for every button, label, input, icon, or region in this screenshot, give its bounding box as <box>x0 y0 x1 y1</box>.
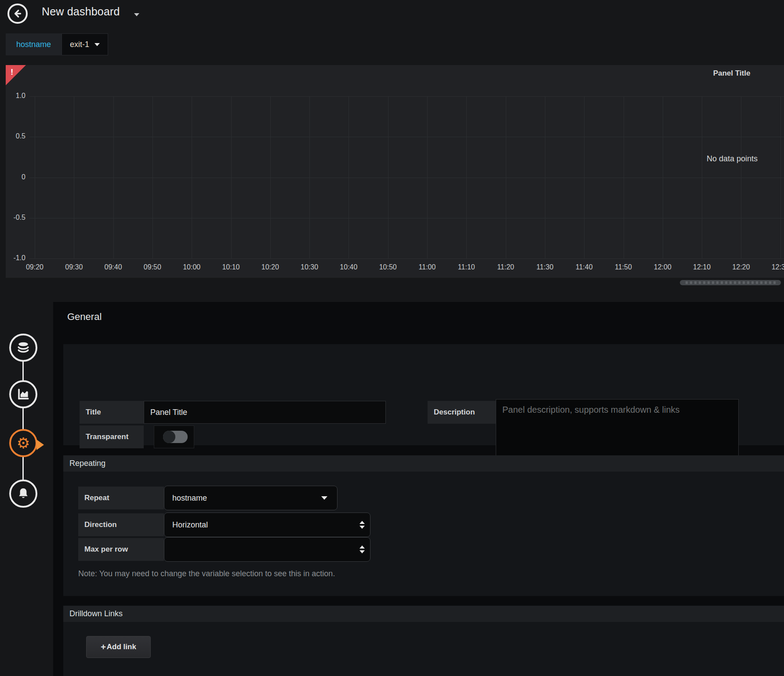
editor-tab-heading: General <box>67 311 102 323</box>
back-button[interactable] <box>7 4 28 24</box>
drilldown-section-header: Drilldown Links <box>63 606 784 622</box>
y-axis-tick: 1.0 <box>6 92 25 100</box>
gridline-v <box>74 96 74 259</box>
variable-value: exit-1 <box>70 40 89 49</box>
x-axis-tick: 11:40 <box>566 263 602 271</box>
x-axis-tick: 10:10 <box>214 263 249 271</box>
gridline-v <box>231 96 232 259</box>
no-data-label: No data points <box>693 154 772 164</box>
gridline-v <box>780 96 781 259</box>
gridline-v <box>663 96 663 259</box>
panel-title-input[interactable] <box>144 401 386 424</box>
tab-alert[interactable] <box>9 480 37 508</box>
select-spinner-icon <box>359 521 365 529</box>
repeating-section: Repeat hostname Direction Horizontal Max… <box>63 472 784 596</box>
x-axis-tick: 11:10 <box>449 263 484 271</box>
description-field-label: Description <box>428 401 496 424</box>
area-chart-icon <box>16 387 31 402</box>
database-icon <box>16 340 31 355</box>
tab-general[interactable]: ⚙ <box>9 429 37 457</box>
repeat-select[interactable]: hostname <box>164 486 338 510</box>
x-axis-tick: 11:30 <box>527 263 563 271</box>
gridline-v <box>309 96 310 259</box>
max-per-row-field-label: Max per row <box>78 538 164 561</box>
gridline-v <box>348 96 349 259</box>
arrow-left-icon <box>12 8 23 19</box>
tab-visualization[interactable] <box>9 380 37 408</box>
gridline-v <box>270 96 271 259</box>
add-link-label: Add link <box>107 643 136 651</box>
gridline-v <box>545 96 545 259</box>
gridline-v <box>624 96 624 259</box>
x-axis-tick: 09:40 <box>96 263 131 271</box>
plus-icon: + <box>101 642 106 652</box>
x-axis-tick: 12:30 <box>763 263 784 271</box>
dashboard-title-caret-icon[interactable] <box>134 13 139 16</box>
gridline-v <box>152 96 153 259</box>
panel-error-corner[interactable] <box>6 65 26 85</box>
x-axis-tick: 09:30 <box>56 263 91 271</box>
toggle-track <box>163 431 188 443</box>
y-axis-tick: 0.5 <box>6 132 25 140</box>
x-axis-tick: 10:40 <box>331 263 366 271</box>
direction-select[interactable]: Horizontal <box>164 512 370 537</box>
gridline-v <box>466 96 467 259</box>
horizontal-scrollbar[interactable] <box>680 280 781 285</box>
variable-value-dropdown[interactable]: exit-1 <box>62 33 108 55</box>
gridline-v <box>35 96 35 259</box>
gear-wrench-icon: ⚙ <box>17 436 30 451</box>
panel-editor: General Title Transparent Description Pa… <box>53 302 784 676</box>
gridline-h <box>29 218 784 218</box>
x-axis-tick: 11:20 <box>488 263 523 271</box>
gridline-v <box>506 96 506 259</box>
x-axis-tick: 12:00 <box>645 263 680 271</box>
x-axis-tick: 10:20 <box>253 263 288 271</box>
variable-name-label: hostname <box>6 33 62 55</box>
gridline-v <box>584 96 584 259</box>
gridline-v <box>741 96 741 259</box>
gridline-h <box>29 137 784 137</box>
direction-field-label: Direction <box>78 513 164 536</box>
x-axis-tick: 12:10 <box>684 263 719 271</box>
gridline-v <box>192 96 192 259</box>
title-field-label: Title <box>80 401 144 424</box>
add-link-button[interactable]: + Add link <box>86 636 151 658</box>
dashboard-title[interactable]: New dashboard <box>42 5 120 18</box>
max-per-row-select[interactable] <box>164 537 370 562</box>
tab-datasource[interactable] <box>9 334 37 362</box>
x-axis-tick: 12:20 <box>723 263 759 271</box>
select-spinner-icon <box>359 545 365 553</box>
gridline-v <box>427 96 428 259</box>
chevron-down-icon <box>321 496 327 500</box>
direction-select-value: Horizontal <box>172 520 208 530</box>
graph-panel: ! Panel Title 1.00.50-0.5-1.009:2009:300… <box>6 65 784 278</box>
rail-connector <box>22 456 24 483</box>
chevron-down-icon <box>94 43 100 46</box>
panel-title[interactable]: Panel Title <box>697 69 767 78</box>
x-axis-tick: 10:50 <box>370 263 406 271</box>
repeating-section-header: Repeating <box>63 455 784 472</box>
x-axis-tick: 10:30 <box>292 263 327 271</box>
x-axis-tick: 11:00 <box>410 263 445 271</box>
grafana-dashboard-edit-view: New dashboard hostname exit-1 ! Panel Ti… <box>0 0 784 676</box>
x-axis-tick: 09:20 <box>17 263 52 271</box>
active-tab-pointer <box>36 440 44 450</box>
toggle-knob <box>163 431 175 443</box>
y-axis-tick: -1.0 <box>6 254 25 262</box>
panel-error-icon: ! <box>11 67 13 77</box>
bell-icon <box>16 486 31 501</box>
x-axis-tick: 11:50 <box>606 263 641 271</box>
gridline-h <box>29 96 784 97</box>
repeat-select-value: hostname <box>172 494 207 503</box>
x-axis-tick: 10:00 <box>174 263 209 271</box>
y-axis-tick: 0 <box>6 173 25 181</box>
gridline-h <box>29 258 784 259</box>
repeat-field-label: Repeat <box>78 487 164 509</box>
y-axis-tick: -0.5 <box>6 214 25 222</box>
general-options-section: Title Transparent Description Panel desc… <box>63 344 784 445</box>
drilldown-section: + Add link <box>63 622 784 676</box>
transparent-toggle[interactable] <box>154 425 194 448</box>
gridline-h <box>29 178 784 178</box>
gridline-v <box>702 96 702 259</box>
gridline-v <box>113 96 114 259</box>
